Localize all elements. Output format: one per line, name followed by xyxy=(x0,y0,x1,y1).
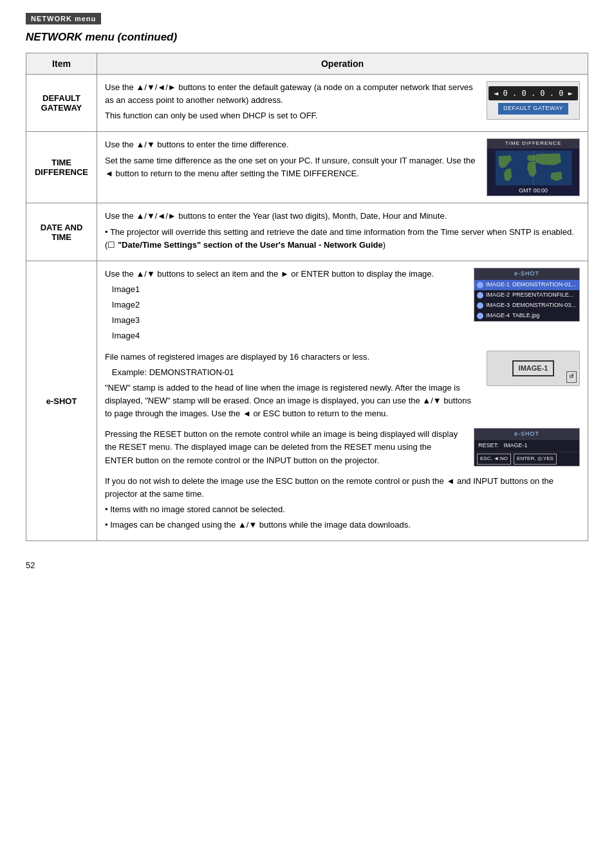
eshot-screen1-title: e-SHOT xyxy=(474,268,579,280)
td-line1: Use the ▲/▼ buttons to enter the time di… xyxy=(105,138,480,151)
eshot-screen2-label: IMAGE-1 xyxy=(512,360,555,376)
eshot-screen1: e-SHOT IMAGE-1 DEMONSTRATION-01... IMAGE… xyxy=(474,268,580,322)
table-row: e-SHOT Use the ▲/▼ buttons to select an … xyxy=(26,261,588,540)
op-eshot: Use the ▲/▼ buttons to select an item an… xyxy=(97,261,588,540)
eshot-row3-value: DEMONSTRATION-03... xyxy=(512,301,576,310)
eshot-image4: Image4 xyxy=(105,329,461,342)
eshot-row4-value: TABLE.jpg xyxy=(512,311,539,320)
td-screen-title: TIME DIFFERENCE xyxy=(487,139,579,148)
eshot-row3-label: IMAGE-3 xyxy=(486,301,510,310)
item-eshot: e-SHOT xyxy=(26,261,97,540)
op-default-gateway: Use the ▲/▼/◄/► buttons to enter the def… xyxy=(97,75,588,132)
eshot-row2-label: IMAGE-2 xyxy=(486,291,510,300)
gw-label: DEFAULT GATEWAY xyxy=(498,103,568,115)
eshot-row-1: IMAGE-1 DEMONSTRATION-01... xyxy=(474,280,579,290)
eshot-icon-2 xyxy=(477,292,483,299)
eshot-icon-1 xyxy=(477,282,483,288)
eshot-screen3-row: RESET: IMAGE-1 xyxy=(474,440,579,452)
eshot-reset-value: IMAGE-1 xyxy=(504,441,528,450)
eshot-row-4: IMAGE-4 TABLE.jpg xyxy=(474,311,579,321)
eshot-screen3: e-SHOT RESET: IMAGE-1 ESC, ◄:NO ENTER, ◎… xyxy=(474,428,580,466)
gw-text: Use the ▲/▼/◄/► buttons to enter the def… xyxy=(105,81,480,125)
eshot-intro: Use the ▲/▼ buttons to select an item an… xyxy=(105,268,461,281)
eshot-bullet2: • Images can be changed using the ▲/▼ bu… xyxy=(105,519,580,531)
gw-line2: This function can only be used when DHCP… xyxy=(105,109,480,122)
eshot-screen2-corner: ↺ xyxy=(566,371,577,383)
eshot-screen2: IMAGE-1 ↺ xyxy=(487,351,580,386)
eshot-body1: "NEW" stamp is added to the head of line… xyxy=(105,382,474,420)
col-item-header: Item xyxy=(26,53,97,75)
eshot-row-3: IMAGE-3 DEMONSTRATION-03... xyxy=(474,300,579,311)
eshot-example: Example: DEMONSTRATION-01 xyxy=(105,366,474,379)
td-line2: Set the same time difference as the one … xyxy=(105,154,480,180)
gw-image-container: ◄ 0 . 0 . 0 . 0 ► DEFAULT GATEWAY xyxy=(487,81,580,120)
col-operation-header: Operation xyxy=(97,53,588,75)
eshot-footer-no: ESC, ◄:NO xyxy=(477,454,511,464)
dt-line1: Use the ▲/▼/◄/► buttons to enter the Yea… xyxy=(105,210,580,223)
eshot-screen3-footer: ESC, ◄:NO ENTER, ◎:YES xyxy=(474,452,579,465)
item-default-gateway: DEFAULTGATEWAY xyxy=(26,75,97,132)
td-screen: TIME DIFFERENCE xyxy=(487,138,580,196)
eshot-intro-text: Use the ▲/▼ buttons to select an item an… xyxy=(105,268,461,346)
op-date-time: Use the ▲/▼/◄/► buttons to enter the Yea… xyxy=(97,203,588,261)
eshot-body-text: File names of registered images are disp… xyxy=(105,351,474,423)
eshot-image3: Image3 xyxy=(105,314,461,327)
item-date-time: DATE AND TIME xyxy=(26,203,97,261)
table-row: DEFAULTGATEWAY Use the ▲/▼/◄/► buttons t… xyxy=(26,75,588,132)
item-time-difference: TIMEDIFFERENCE xyxy=(26,132,97,203)
op-time-difference: Use the ▲/▼ buttons to enter the time di… xyxy=(97,132,588,203)
eshot-row1-value: DEMONSTRATION-01... xyxy=(512,281,576,290)
eshot-reset-text: Pressing the RESET button on the remote … xyxy=(105,428,461,469)
eshot-icon-3 xyxy=(477,302,483,309)
table-row: TIMEDIFFERENCE Use the ▲/▼ buttons to en… xyxy=(26,132,588,203)
eshot-body2: Pressing the RESET button on the remote … xyxy=(105,428,461,466)
eshot-file-note: File names of registered images are disp… xyxy=(105,351,474,364)
eshot-row1-label: IMAGE-1 xyxy=(486,281,510,290)
eshot-body3: If you do not wish to delete the image u… xyxy=(105,475,580,501)
eshot-image2: Image2 xyxy=(105,299,461,311)
header-bar-label: NETWORK menu xyxy=(31,15,96,23)
eshot-screen1-container: e-SHOT IMAGE-1 DEMONSTRATION-01... IMAGE… xyxy=(474,268,580,322)
eshot-row2-value: PRESENTATIONFILE... xyxy=(512,291,573,300)
td-text: Use the ▲/▼ buttons to enter the time di… xyxy=(105,138,480,182)
eshot-row4-label: IMAGE-4 xyxy=(486,311,510,320)
eshot-reset-label: RESET: xyxy=(478,441,499,450)
eshot-bullet1: • Items with no image stored cannot be s… xyxy=(105,503,580,516)
gw-digits: ◄ 0 . 0 . 0 . 0 ► xyxy=(488,86,578,101)
eshot-screen2-container: IMAGE-1 ↺ xyxy=(487,351,580,386)
page-title: NETWORK menu (continued) xyxy=(26,31,588,44)
main-table: Item Operation DEFAULTGATEWAY Use the ▲/… xyxy=(26,53,588,541)
header-bar: NETWORK menu xyxy=(26,13,101,24)
eshot-icon-4 xyxy=(477,313,483,319)
eshot-screen3-title: e-SHOT xyxy=(474,429,579,440)
gw-screen: ◄ 0 . 0 . 0 . 0 ► DEFAULT GATEWAY xyxy=(487,81,580,120)
eshot-image1: Image1 xyxy=(105,283,461,296)
td-gmt-label: GMT 00:00 xyxy=(519,187,548,196)
world-map-svg xyxy=(492,151,575,186)
eshot-screen3-container: e-SHOT RESET: IMAGE-1 ESC, ◄:NO ENTER, ◎… xyxy=(474,428,580,466)
page-number: 52 xyxy=(26,560,588,570)
dt-line2: • The projector will override this setti… xyxy=(105,226,580,252)
table-row: DATE AND TIME Use the ▲/▼/◄/► buttons to… xyxy=(26,203,588,261)
gw-line1: Use the ▲/▼/◄/► buttons to enter the def… xyxy=(105,81,480,107)
td-image-container: TIME DIFFERENCE xyxy=(487,138,580,196)
eshot-row-2: IMAGE-2 PRESENTATIONFILE... xyxy=(474,290,579,300)
eshot-footer-yes: ENTER, ◎:YES xyxy=(514,454,557,464)
